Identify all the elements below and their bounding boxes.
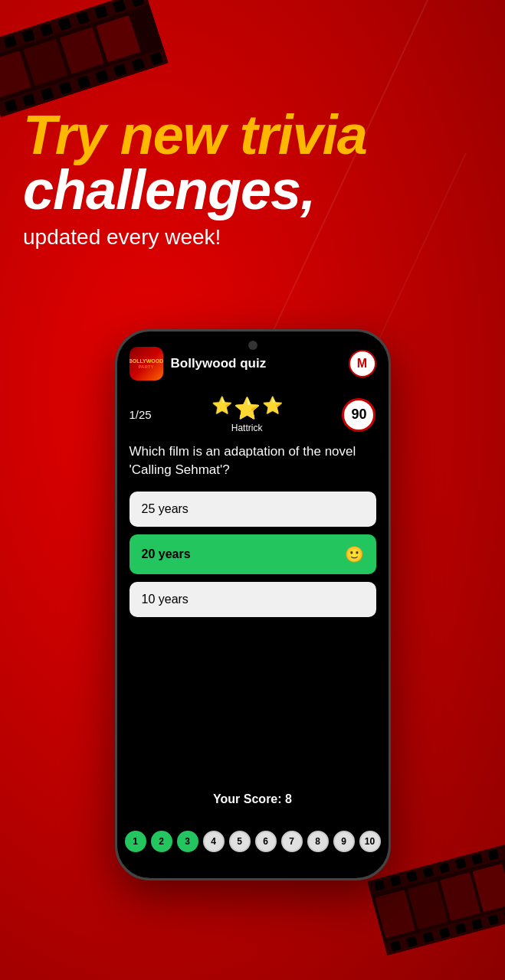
answer-option-3[interactable]: 10 years — [130, 582, 376, 617]
progress-dot-1[interactable]: 1 — [125, 831, 146, 852]
app-icon: BOLLYWOOD PARTY — [130, 347, 163, 381]
phone-mockup: BOLLYWOOD PARTY Bollywood quiz M 1/25 ⭐ … — [115, 329, 391, 880]
phone-outer: BOLLYWOOD PARTY Bollywood quiz M 1/25 ⭐ … — [115, 329, 391, 880]
star-1: ⭐ — [212, 396, 232, 421]
headline-section: Try new trivia challenges, updated every… — [23, 107, 482, 250]
progress-dot-10[interactable]: 10 — [359, 831, 381, 852]
answer-emoji-2: 🙂 — [345, 545, 364, 564]
timer: 90 — [342, 398, 375, 432]
question-counter: 1/25 — [130, 408, 152, 421]
progress-dot-8[interactable]: 8 — [307, 831, 329, 852]
progress-dot-5[interactable]: 5 — [229, 831, 251, 852]
star-2: ⭐ — [234, 396, 261, 421]
headline-subtitle: updated every week! — [23, 225, 482, 250]
phone-camera — [248, 341, 257, 350]
answers-container: 25 years20 years🙂10 years — [130, 492, 376, 617]
answer-text-1: 25 years — [142, 502, 189, 516]
progress-dot-9[interactable]: 9 — [333, 831, 355, 852]
progress-dot-7[interactable]: 7 — [281, 831, 303, 852]
headline-line2: challenges, — [23, 162, 482, 217]
progress-row: 12345678910 — [117, 823, 389, 864]
progress-dot-6[interactable]: 6 — [255, 831, 277, 852]
question-text: Which film is an adaptation of the novel… — [130, 443, 376, 479]
score-section: Your Score: 8 — [117, 786, 389, 809]
progress-dot-2[interactable]: 2 — [151, 831, 172, 852]
answer-text-2: 20 years — [142, 547, 191, 561]
star-3: ⭐ — [262, 396, 283, 421]
progress-dot-4[interactable]: 4 — [203, 831, 225, 852]
answer-option-1[interactable]: 25 years — [130, 492, 376, 527]
phone-screen: BOLLYWOOD PARTY Bollywood quiz M 1/25 ⭐ … — [117, 332, 389, 878]
app-title: Bollywood quiz — [171, 356, 349, 371]
quiz-content: 1/25 ⭐ ⭐ ⭐ Hattrick 90 Which film is an … — [117, 390, 389, 637]
quiz-meta-row: 1/25 ⭐ ⭐ ⭐ Hattrick 90 — [130, 396, 376, 433]
progress-dot-3[interactable]: 3 — [177, 831, 198, 852]
answer-option-2[interactable]: 20 years🙂 — [130, 534, 376, 574]
streak-label: Hattrick — [231, 423, 263, 433]
streak-indicator: ⭐ ⭐ ⭐ Hattrick — [212, 396, 283, 433]
score-text: Your Score: 8 — [117, 792, 389, 806]
app-icon-text: BOLLYWOOD PARTY — [130, 358, 163, 369]
headline-line1: Try new trivia — [23, 107, 482, 162]
stars-row: ⭐ ⭐ ⭐ — [212, 396, 283, 421]
user-avatar[interactable]: M — [349, 350, 376, 377]
answer-text-3: 10 years — [142, 593, 189, 606]
